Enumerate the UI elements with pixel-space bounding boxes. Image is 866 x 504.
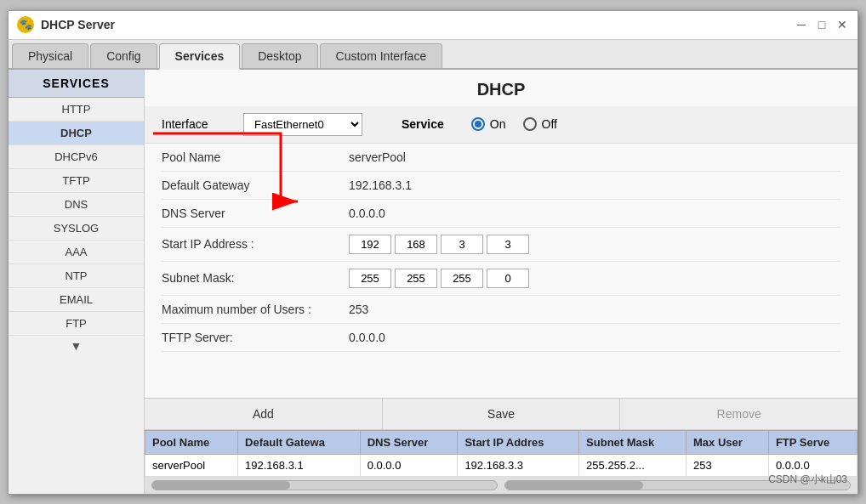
interface-row: Interface FastEthernet0 Service On Off	[145, 106, 857, 144]
add-button[interactable]: Add	[145, 399, 383, 429]
field-row-default-gateway: Default Gateway 192.168.3.1	[162, 172, 840, 200]
sidebar-header: SERVICES	[9, 70, 144, 98]
field-value-max-users: 253	[349, 303, 840, 316]
td-subnet-mask: 255.255.2...	[579, 454, 687, 476]
tab-desktop[interactable]: Desktop	[242, 43, 317, 68]
interface-select[interactable]: FastEthernet0	[243, 113, 362, 136]
th-ftp-server: FTP Serve	[768, 430, 857, 454]
start-ip-octet2[interactable]	[395, 235, 437, 254]
maximize-button[interactable]: □	[815, 18, 829, 31]
sidebar: SERVICES HTTP DHCP DHCPv6 TFTP DNS SYSLO…	[9, 70, 145, 494]
table-row[interactable]: serverPool 192.168.3.1 0.0.0.0 192.168.3…	[145, 454, 857, 476]
title-bar: 🐾 DHCP Server ─ □ ✕	[9, 11, 857, 40]
interface-label: Interface	[162, 117, 230, 131]
window-controls: ─ □ ✕	[795, 18, 849, 31]
sidebar-item-syslog[interactable]: SYSLOG	[9, 217, 144, 241]
th-start-ip: Start IP Addres	[458, 430, 579, 454]
radio-off-circle[interactable]	[523, 117, 537, 131]
sidebar-item-dhcp[interactable]: DHCP	[9, 122, 144, 145]
window-title: DHCP Server	[41, 18, 115, 31]
start-ip-octet4[interactable]	[487, 235, 529, 254]
radio-on-circle[interactable]	[471, 117, 485, 131]
sidebar-item-dhcpv6[interactable]: DHCPv6	[9, 145, 144, 169]
save-button[interactable]: Save	[383, 399, 621, 429]
field-label-subnet-mask: Subnet Mask:	[162, 271, 349, 285]
radio-off-label: Off	[542, 117, 557, 131]
ip-fields-subnet	[349, 269, 529, 288]
tab-config[interactable]: Config	[90, 43, 157, 68]
tab-custom-interface[interactable]: Custom Interface	[320, 43, 443, 68]
horizontal-scrollbar-left[interactable]	[151, 480, 498, 490]
tab-bar: Physical Config Services Desktop Custom …	[9, 40, 857, 70]
action-row: Add Save Remove	[145, 398, 857, 430]
scrollbar-thumb-right[interactable]	[505, 481, 643, 490]
sidebar-item-aaa[interactable]: AAA	[9, 241, 144, 264]
scrollbar-thumb-left[interactable]	[152, 481, 290, 490]
field-label-pool-name: Pool Name	[162, 150, 349, 164]
sidebar-item-tftp[interactable]: TFTP	[9, 169, 144, 193]
tab-physical[interactable]: Physical	[12, 43, 88, 68]
th-dns-server: DNS Server	[360, 430, 458, 454]
field-row-subnet-mask: Subnet Mask:	[162, 262, 840, 296]
field-label-start-ip: Start IP Address :	[162, 237, 349, 251]
field-value-pool-name: serverPool	[349, 150, 840, 164]
th-max-user: Max User	[686, 430, 768, 454]
field-label-default-gateway: Default Gateway	[162, 178, 349, 192]
fields-area: Pool Name serverPool Default Gateway 192…	[145, 144, 857, 398]
field-value-tftp-server: 0.0.0.0	[349, 331, 840, 344]
service-label: Service	[402, 117, 444, 131]
field-label-max-users: Maximum number of Users :	[162, 303, 349, 316]
sidebar-item-http[interactable]: HTTP	[9, 98, 144, 122]
start-ip-octet3[interactable]	[441, 235, 483, 254]
data-table-area: Pool Name Default Gatewa DNS Server Star…	[145, 430, 857, 477]
sidebar-item-ftp[interactable]: FTP	[9, 312, 144, 336]
field-row-max-users: Maximum number of Users : 253	[162, 296, 840, 324]
main-title: DHCP	[145, 70, 857, 106]
th-default-gateway: Default Gatewa	[238, 430, 361, 454]
td-dns-server: 0.0.0.0	[360, 454, 458, 476]
remove-button[interactable]: Remove	[620, 399, 857, 429]
sidebar-item-email[interactable]: EMAIL	[9, 288, 144, 312]
subnet-octet2[interactable]	[395, 269, 437, 288]
td-default-gateway: 192.168.3.1	[238, 454, 361, 476]
radio-on-label: On	[490, 117, 506, 131]
radio-off[interactable]: Off	[523, 117, 557, 131]
subnet-octet1[interactable]	[349, 269, 391, 288]
th-pool-name: Pool Name	[145, 430, 238, 454]
field-label-dns-server: DNS Server	[162, 207, 349, 220]
sidebar-item-ntp[interactable]: NTP	[9, 264, 144, 288]
start-ip-octet1[interactable]	[349, 235, 391, 254]
tab-services[interactable]: Services	[159, 43, 241, 70]
field-row-start-ip: Start IP Address :	[162, 228, 840, 262]
close-button[interactable]: ✕	[835, 18, 849, 31]
td-max-user: 253	[686, 454, 768, 476]
subnet-octet4[interactable]	[487, 269, 529, 288]
td-pool-name: serverPool	[145, 454, 238, 476]
ip-fields-start	[349, 235, 529, 254]
field-value-default-gateway: 192.168.3.1	[349, 178, 840, 192]
td-start-ip: 192.168.3.3	[458, 454, 579, 476]
field-row-tftp-server: TFTP Server: 0.0.0.0	[162, 324, 840, 352]
watermark: CSDN @小k山03	[768, 473, 847, 487]
scrollbar-row	[145, 477, 857, 494]
dhcp-table: Pool Name Default Gatewa DNS Server Star…	[145, 430, 857, 477]
app-icon: 🐾	[17, 16, 34, 33]
main-panel: DHCP Interface FastEthernet0 Service On …	[145, 70, 857, 494]
field-row-dns-server: DNS Server 0.0.0.0	[162, 200, 840, 228]
minimize-button[interactable]: ─	[795, 18, 808, 31]
sidebar-scroll-down[interactable]: ▼	[9, 336, 144, 356]
field-row-pool-name: Pool Name serverPool	[162, 144, 840, 172]
table-header-row: Pool Name Default Gatewa DNS Server Star…	[145, 430, 857, 454]
th-subnet-mask: Subnet Mask	[579, 430, 687, 454]
radio-group-service: On Off	[471, 117, 557, 131]
sidebar-item-dns[interactable]: DNS	[9, 193, 144, 217]
radio-on[interactable]: On	[471, 117, 506, 131]
content-area: SERVICES HTTP DHCP DHCPv6 TFTP DNS SYSLO…	[9, 70, 857, 494]
field-label-tftp-server: TFTP Server:	[162, 331, 349, 344]
subnet-octet3[interactable]	[441, 269, 483, 288]
field-value-dns-server: 0.0.0.0	[349, 207, 840, 220]
